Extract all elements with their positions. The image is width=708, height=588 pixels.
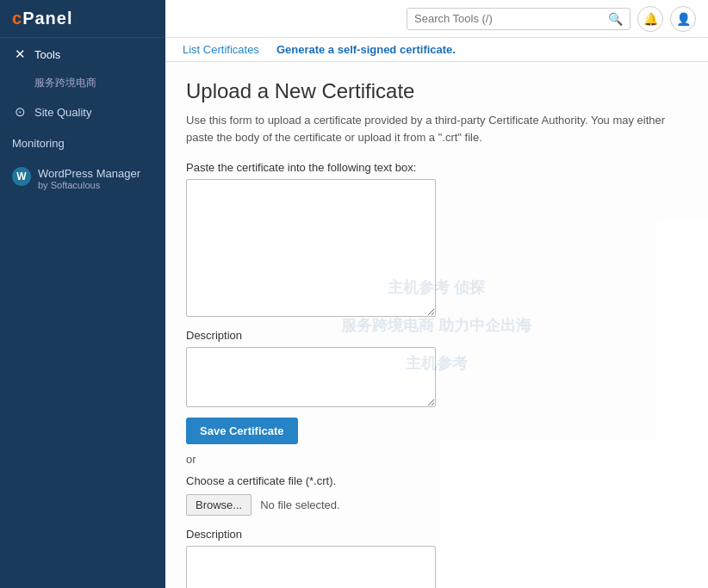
sidebar-item-wordpress-label: WordPress Manager: [38, 167, 140, 180]
page-title: Upload a New Certificate: [186, 79, 687, 103]
search-box[interactable]: 🔍: [407, 8, 630, 30]
breadcrumb-bar: List Certificates Generate a self-signed…: [165, 38, 708, 62]
sidebar-item-tools-label: Tools: [34, 48, 60, 61]
browse-button[interactable]: Browse...: [186, 494, 252, 516]
search-input[interactable]: [414, 12, 608, 25]
sidebar-item-wordpress[interactable]: W WordPress Manager by Softaculous: [0, 158, 165, 199]
topbar: 🔍 🔔 👤: [165, 0, 708, 38]
sidebar-item-monitoring[interactable]: Monitoring: [0, 128, 165, 158]
content-area: 主机参考 侦探 服务跨境电商 助力中企出海 主机参考 Upload a New …: [165, 62, 708, 588]
paste-label: Paste the certificate into the following…: [186, 161, 687, 174]
certificate-textarea[interactable]: [186, 179, 436, 317]
breadcrumb-list-certs[interactable]: List Certificates: [183, 43, 259, 56]
sidebar-item-monitoring-label: Monitoring: [12, 137, 65, 150]
description-label-2: Description: [186, 528, 687, 541]
sidebar-logo: cPanel: [0, 0, 165, 38]
wordpress-icon: W: [12, 167, 31, 186]
description-textarea-2[interactable]: [186, 546, 436, 588]
user-button[interactable]: 👤: [670, 6, 696, 32]
sidebar-item-site-quality[interactable]: ⊙ Site Quality: [0, 96, 165, 128]
sidebar-item-site-quality-label: Site Quality: [34, 106, 91, 119]
tools-icon: ✕: [12, 46, 28, 62]
main-area: 🔍 🔔 👤 List Certificates Generate a self-…: [165, 0, 708, 588]
search-button[interactable]: 🔍: [608, 12, 623, 26]
file-row: Browse... No file selected.: [186, 494, 687, 516]
or-divider: or: [186, 453, 687, 466]
sidebar-sub-text: 服务跨境电商: [0, 71, 165, 96]
page-description: Use this form to upload a certificate pr…: [186, 112, 686, 145]
site-quality-icon: ⊙: [12, 104, 28, 120]
description-label-1: Description: [186, 329, 687, 342]
notifications-button[interactable]: 🔔: [637, 6, 663, 32]
choose-file-label: Choose a certificate file (*.crt).: [186, 474, 687, 487]
logo-text: cPanel: [12, 9, 72, 28]
no-file-text: No file selected.: [260, 498, 340, 511]
sidebar: cPanel ✕ Tools 服务跨境电商 ⊙ Site Quality Mon…: [0, 0, 165, 588]
sidebar-item-wordpress-sub: by Softaculous: [38, 180, 140, 190]
description-textarea-1[interactable]: [186, 347, 436, 407]
breadcrumb-self-signed[interactable]: Generate a self-signed certificate.: [276, 43, 456, 56]
sidebar-item-tools[interactable]: ✕ Tools: [0, 38, 165, 71]
save-certificate-button[interactable]: Save Certificate: [186, 418, 298, 444]
